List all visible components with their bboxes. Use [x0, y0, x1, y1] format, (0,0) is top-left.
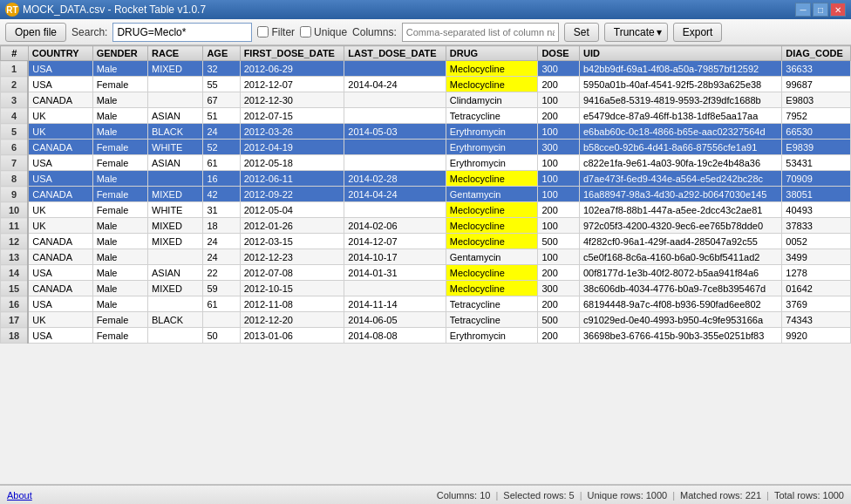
- table-row[interactable]: 16USAMale612012-11-082014-11-14Tetracycl…: [1, 296, 851, 312]
- cell-race: [148, 328, 203, 344]
- table-row[interactable]: 8USAMale162012-06-112014-02-28Meclocycli…: [1, 171, 851, 187]
- col-header-age[interactable]: AGE: [203, 46, 240, 61]
- table-row[interactable]: 18USAFemale502013-01-062014-08-08Erythro…: [1, 328, 851, 344]
- cell-country: UK: [28, 312, 92, 328]
- table-row[interactable]: 11UKMaleMIXED182012-01-262014-02-06Meclo…: [1, 218, 851, 234]
- cell-diag_code: 3769: [782, 296, 851, 312]
- cell-race: ASIAN: [148, 155, 203, 171]
- cell-first_dose_date: 2012-12-23: [240, 249, 344, 265]
- cell-last_dose_date: [344, 92, 446, 108]
- cell-num: 17: [1, 312, 29, 328]
- export-button[interactable]: Export: [673, 23, 723, 42]
- table-row[interactable]: 13CANADAMale242012-12-232014-10-17Gentam…: [1, 249, 851, 265]
- cell-drug: Erythromycin: [446, 155, 538, 171]
- col-header-drug[interactable]: DRUG: [446, 46, 538, 61]
- table-row[interactable]: 2USAFemale552012-12-072014-04-24Meclocyc…: [1, 77, 851, 92]
- table-row[interactable]: 1USAMaleMIXED322012-06-29Meclocycline300…: [1, 61, 851, 77]
- cell-drug: Meclocycline: [446, 202, 538, 218]
- cell-first_dose_date: 2013-01-06: [240, 328, 344, 344]
- cell-dose: 100: [538, 187, 580, 202]
- table-container[interactable]: #COUNTRYGENDERRACEAGEFIRST_DOSE_DATELAST…: [0, 45, 851, 485]
- cell-gender: Male: [92, 234, 147, 249]
- col-header-first_dose_date[interactable]: FIRST_DOSE_DATE: [240, 46, 344, 61]
- table-row[interactable]: 12CANADAMaleMIXED242012-03-152014-12-07M…: [1, 234, 851, 249]
- open-file-button[interactable]: Open file: [5, 23, 66, 42]
- cell-num: 4: [1, 108, 29, 124]
- cell-dose: 100: [538, 249, 580, 265]
- cell-diag_code: 99687: [782, 77, 851, 92]
- filter-checkbox[interactable]: [257, 26, 269, 37]
- status-bar: About Columns: 10 | Selected rows: 5 | U…: [0, 485, 851, 504]
- table-row[interactable]: 9CANADAFemaleMIXED422012-09-222014-04-24…: [1, 187, 851, 202]
- minimize-button[interactable]: ─: [795, 3, 811, 17]
- cell-race: ASIAN: [148, 265, 203, 281]
- close-button[interactable]: ✕: [830, 3, 846, 17]
- table-row[interactable]: 7USAFemaleASIAN612012-05-18Erythromycin1…: [1, 155, 851, 171]
- cell-first_dose_date: 2012-05-18: [240, 155, 344, 171]
- cell-diag_code: 9920: [782, 328, 851, 344]
- maximize-button[interactable]: □: [813, 3, 828, 17]
- col-header-country[interactable]: COUNTRY: [28, 46, 92, 61]
- cell-last_dose_date: 2014-04-24: [344, 187, 446, 202]
- table-row[interactable]: 3CANADAMale672012-12-30Clindamycin100941…: [1, 92, 851, 108]
- cell-last_dose_date: 2014-08-08: [344, 328, 446, 344]
- set-button[interactable]: Set: [564, 23, 599, 42]
- cell-country: UK: [28, 124, 92, 140]
- cell-drug: Tetracycline: [446, 296, 538, 312]
- cell-diag_code: E9839: [782, 140, 851, 155]
- cell-gender: Female: [92, 328, 147, 344]
- status-sep-4: |: [766, 490, 769, 501]
- cell-race: MIXED: [148, 187, 203, 202]
- filter-label[interactable]: Filter: [271, 26, 295, 38]
- about-link[interactable]: About: [7, 490, 32, 501]
- col-header-dose[interactable]: DOSE: [538, 46, 580, 61]
- cell-age: 18: [203, 218, 240, 234]
- unique-label[interactable]: Unique: [314, 26, 347, 38]
- table-row[interactable]: 5UKMaleBLACK242012-03-262014-05-03Erythr…: [1, 124, 851, 140]
- cell-race: MIXED: [148, 61, 203, 77]
- search-input[interactable]: [112, 23, 252, 42]
- cell-first_dose_date: 2012-12-07: [240, 77, 344, 92]
- table-row[interactable]: 4UKMaleASIAN512012-07-15Tetracycline200e…: [1, 108, 851, 124]
- columns-input[interactable]: [402, 23, 559, 42]
- cell-country: USA: [28, 77, 92, 92]
- cell-dose: 100: [538, 218, 580, 234]
- unique-checkbox[interactable]: [300, 26, 311, 37]
- col-header-gender[interactable]: GENDER: [92, 46, 147, 61]
- truncate-button[interactable]: Truncate ▾: [604, 23, 668, 42]
- cell-drug: Gentamycin: [446, 187, 538, 202]
- cell-age: 31: [203, 202, 240, 218]
- cell-country: UK: [28, 108, 92, 124]
- table-row[interactable]: 10UKFemaleWHITE312012-05-04Meclocycline2…: [1, 202, 851, 218]
- cell-last_dose_date: [344, 202, 446, 218]
- table-row[interactable]: 15CANADAMaleMIXED592012-10-15Meclocyclin…: [1, 281, 851, 296]
- cell-num: 13: [1, 249, 29, 265]
- col-header-uid[interactable]: UID: [579, 46, 781, 61]
- cell-last_dose_date: 2014-10-17: [344, 249, 446, 265]
- cell-first_dose_date: 2012-07-15: [240, 108, 344, 124]
- table-row[interactable]: 14USAMaleASIAN222012-07-082014-01-31Mecl…: [1, 265, 851, 281]
- cell-first_dose_date: 2012-10-15: [240, 281, 344, 296]
- col-header-#[interactable]: #: [1, 46, 29, 61]
- cell-age: 42: [203, 187, 240, 202]
- table-row[interactable]: 17UKFemaleBLACK2012-12-202014-06-05Tetra…: [1, 312, 851, 328]
- col-header-last_dose_date[interactable]: LAST_DOSE_DATE: [344, 46, 446, 61]
- cell-gender: Male: [92, 124, 147, 140]
- cell-drug: Tetracycline: [446, 108, 538, 124]
- cell-num: 7: [1, 155, 29, 171]
- cell-race: MIXED: [148, 281, 203, 296]
- cell-dose: 300: [538, 61, 580, 77]
- cell-gender: Male: [92, 218, 147, 234]
- cell-uid: 16a88947-98a3-4d30-a292-b0647030e145: [579, 187, 781, 202]
- status-selected-rows: Selected rows: 5: [503, 490, 574, 501]
- col-header-diag_code[interactable]: DIAG_CODE: [782, 46, 851, 61]
- cell-first_dose_date: 2012-01-26: [240, 218, 344, 234]
- cell-age: 59: [203, 281, 240, 296]
- col-header-race[interactable]: RACE: [148, 46, 203, 61]
- cell-diag_code: 40493: [782, 202, 851, 218]
- table-row[interactable]: 6CANADAFemaleWHITE522012-04-19Erythromyc…: [1, 140, 851, 155]
- cell-country: USA: [28, 328, 92, 344]
- cell-diag_code: 37833: [782, 218, 851, 234]
- cell-diag_code: 53431: [782, 155, 851, 171]
- title-bar-text: MOCK_DATA.csv - Rocket Table v1.0.7: [23, 3, 795, 16]
